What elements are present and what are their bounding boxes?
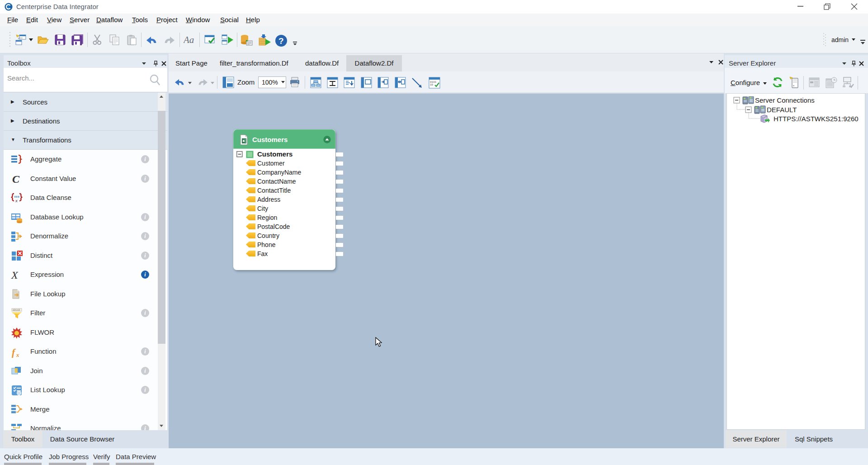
svg-text:C: C — [12, 173, 20, 185]
svg-text:10: 10 — [430, 83, 434, 86]
svg-text:?: ? — [278, 36, 284, 46]
svg-text:x: x — [15, 198, 18, 203]
svg-text:Aa: Aa — [184, 34, 194, 45]
svg-text:X: X — [11, 269, 19, 281]
svg-text:10110: 10110 — [12, 308, 20, 312]
svg-text:x: x — [16, 351, 19, 358]
svg-text:f: f — [12, 346, 16, 358]
